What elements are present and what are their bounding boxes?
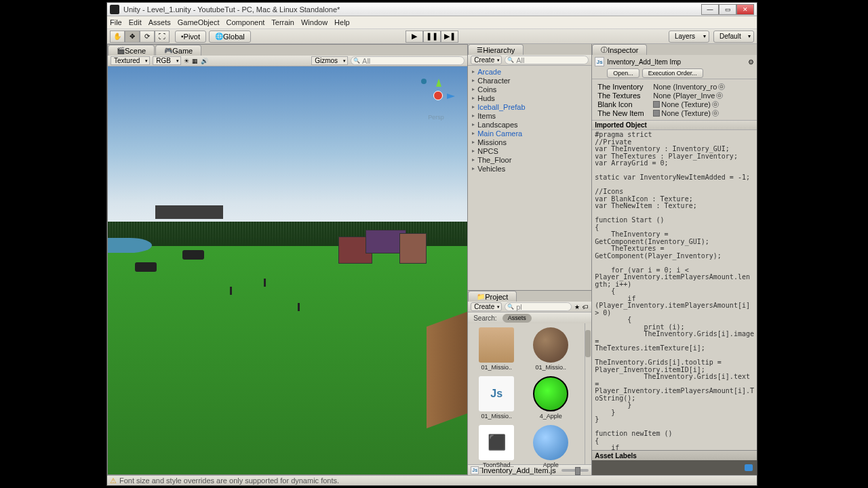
project-item[interactable]: 01_Missio.. xyxy=(472,327,521,371)
project-create-dropdown[interactable]: Create xyxy=(471,302,502,311)
gizmos-dropdown[interactable]: Gizmos xyxy=(311,56,348,65)
scale-tool[interactable]: ⛶ xyxy=(155,30,170,43)
hierarchy-item[interactable]: ▸Items xyxy=(468,111,591,120)
layout-dropdown[interactable]: Default xyxy=(713,30,754,43)
property-value[interactable]: None (Player_Inve ⊙ xyxy=(653,92,755,100)
status-bar[interactable]: ⚠ Font size and style overrides are only… xyxy=(107,475,757,485)
pivot-toggle[interactable]: ▪ Pivot xyxy=(175,30,206,43)
menu-file[interactable]: File xyxy=(110,18,122,26)
open-button[interactable]: Open... xyxy=(607,68,639,78)
hierarchy-item[interactable]: ▸NPCS xyxy=(468,146,591,155)
gizmo-y-axis-icon[interactable] xyxy=(436,79,441,87)
label-tag-icon[interactable] xyxy=(745,464,753,471)
gear-icon[interactable]: ⚙ xyxy=(748,58,754,66)
scene-vehicle xyxy=(135,262,157,272)
rotate-tool[interactable]: ⟳ xyxy=(140,30,155,43)
expand-icon[interactable]: ▸ xyxy=(472,77,477,83)
expand-icon[interactable]: ▸ xyxy=(472,113,477,119)
menu-gameobject[interactable]: GameObject xyxy=(178,18,220,26)
hierarchy-item[interactable]: ▸Vehicles xyxy=(468,164,591,173)
scene-search[interactable]: All xyxy=(351,56,465,65)
layers-dropdown[interactable]: Layers xyxy=(669,30,709,43)
expand-icon[interactable]: ▸ xyxy=(472,104,477,110)
menu-edit[interactable]: Edit xyxy=(129,18,142,26)
hierarchy-search[interactable]: All xyxy=(505,56,589,64)
property-value[interactable]: None (Inventory_ro ⊙ xyxy=(653,83,755,91)
hierarchy-create-dropdown[interactable]: Create xyxy=(471,56,502,64)
expand-icon[interactable]: ▸ xyxy=(472,68,477,75)
hierarchy-item[interactable]: ▸Main Camera xyxy=(468,129,591,138)
inspector-code-preview: #pragma strict //Private var TheInventor… xyxy=(592,130,757,450)
tab-inspector[interactable]: ⓘ Inspector xyxy=(592,44,647,55)
project-search[interactable]: pl xyxy=(505,302,572,311)
object-picker-icon[interactable]: ⊙ xyxy=(716,92,723,99)
hierarchy-item[interactable]: ▸Huds xyxy=(468,94,591,102)
expand-icon[interactable]: ▸ xyxy=(472,148,477,154)
project-tag-icon[interactable]: 🏷 xyxy=(583,304,589,310)
global-toggle[interactable]: 🌐 Global xyxy=(209,30,251,43)
menu-assets[interactable]: Assets xyxy=(149,18,171,26)
property-value[interactable]: None (Texture) ⊙ xyxy=(653,100,755,108)
object-picker-icon[interactable]: ⊙ xyxy=(712,101,719,108)
shading-dropdown[interactable]: Textured xyxy=(111,56,150,65)
expand-icon[interactable]: ▸ xyxy=(472,165,477,171)
execution-order-button[interactable]: Execution Order... xyxy=(642,68,703,78)
hierarchy-item[interactable]: ▸Character xyxy=(468,76,591,85)
audio-toggle-icon[interactable]: 🔊 xyxy=(201,58,208,64)
expand-icon[interactable]: ▸ xyxy=(472,121,477,127)
project-filter-assets[interactable]: Assets xyxy=(502,314,532,323)
property-label: The Inventory xyxy=(593,83,653,91)
project-grid[interactable]: 01_Missio..01_Missio..Js01_Missio..4_App… xyxy=(468,323,591,464)
project-item[interactable]: 4_Apple xyxy=(526,376,575,420)
hand-tool[interactable]: ✋ xyxy=(110,30,125,43)
gizmo-x-axis-icon[interactable] xyxy=(447,94,455,99)
expand-icon[interactable]: ▸ xyxy=(472,139,477,145)
project-scrollbar[interactable] xyxy=(585,323,591,464)
tab-scene[interactable]: 🎬 Scene xyxy=(108,45,155,56)
render-dropdown[interactable]: RGB xyxy=(153,56,181,65)
expand-icon[interactable]: ▸ xyxy=(472,157,477,163)
light-toggle-icon[interactable]: ☀ xyxy=(184,58,189,64)
minimize-button[interactable]: — xyxy=(701,4,719,15)
hierarchy-item[interactable]: ▸Missions xyxy=(468,138,591,146)
hierarchy-item[interactable]: ▸Arcade xyxy=(468,67,591,76)
gizmo-center-icon[interactable] xyxy=(433,91,443,100)
expand-icon[interactable]: ▸ xyxy=(472,130,477,136)
hierarchy-item[interactable]: ▸Landscapes xyxy=(468,120,591,129)
tab-game[interactable]: 🎮 Game xyxy=(155,45,201,56)
project-item[interactable]: ⬛_ToonShad.. xyxy=(472,425,521,468)
project-item[interactable]: Js01_Missio.. xyxy=(472,376,521,420)
warning-icon: ⚠ xyxy=(110,476,117,485)
move-tool[interactable]: ✥ xyxy=(125,30,140,43)
step-button[interactable]: ▶❚ xyxy=(441,30,458,43)
hierarchy-item[interactable]: ▸The_Floor xyxy=(468,155,591,164)
play-button[interactable]: ▶ xyxy=(406,30,423,43)
menu-component[interactable]: Component xyxy=(226,18,264,26)
expand-icon[interactable]: ▸ xyxy=(472,86,477,92)
object-picker-icon[interactable]: ⊙ xyxy=(712,110,719,117)
pause-button[interactable]: ❚❚ xyxy=(423,30,441,43)
hierarchy-item[interactable]: ▸Iceball_Prefab xyxy=(468,102,591,111)
hierarchy-item[interactable]: ▸Coins xyxy=(468,85,591,94)
gizmo-z-axis-icon[interactable] xyxy=(421,79,427,84)
menu-terrain[interactable]: Terrain xyxy=(271,18,294,26)
scene-viewport[interactable]: Persp xyxy=(108,66,467,474)
titlebar[interactable]: Unity - Level_1.unity - YoutubeTut - PC,… xyxy=(107,3,757,16)
project-thumbnail-slider[interactable] xyxy=(561,469,589,472)
menu-window[interactable]: Window xyxy=(301,18,328,26)
project-item[interactable]: 01_Missio.. xyxy=(526,327,575,371)
tab-hierarchy[interactable]: ☰ Hierarchy xyxy=(468,44,524,55)
hierarchy-list[interactable]: ▸Arcade▸Character▸Coins▸Huds▸Iceball_Pre… xyxy=(468,66,591,290)
orientation-gizmo[interactable]: Persp xyxy=(421,79,455,113)
skybox-toggle-icon[interactable]: ▦ xyxy=(192,58,198,64)
object-picker-icon[interactable]: ⊙ xyxy=(718,83,725,90)
project-star-icon[interactable]: ★ xyxy=(574,304,580,310)
expand-icon[interactable]: ▸ xyxy=(472,95,477,101)
property-value[interactable]: None (Texture) ⊙ xyxy=(653,109,755,117)
maximize-button[interactable]: ▭ xyxy=(719,4,736,15)
hierarchy-item-label: Huds xyxy=(477,94,495,102)
project-item[interactable]: Apple xyxy=(526,425,575,468)
close-button[interactable]: ✕ xyxy=(736,4,754,15)
menu-help[interactable]: Help xyxy=(334,18,350,26)
tab-project[interactable]: 📁 Project xyxy=(468,291,517,302)
